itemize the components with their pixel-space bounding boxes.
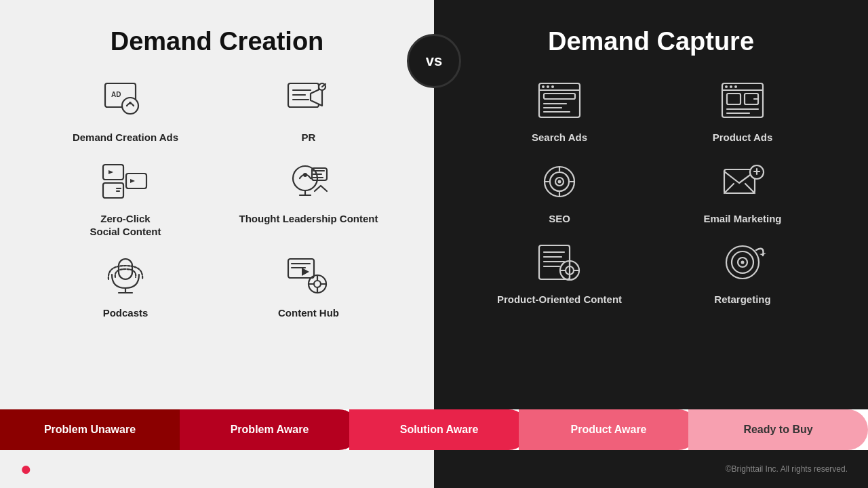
list-item: Search Ads (475, 77, 644, 144)
svg-point-50 (725, 85, 728, 88)
copyright-text: ©Brighttail Inc. All rights reserved. (726, 464, 848, 474)
thought-leadership-label: Thought Leadership Content (239, 212, 378, 226)
left-title: Demand Creation (111, 27, 324, 56)
list-item: Podcasts (41, 252, 210, 320)
svg-point-19 (303, 173, 307, 177)
bar-segment-1: Problem Unaware (0, 409, 180, 450)
product-ads-label: Product Ads (713, 131, 773, 144)
right-panel: Demand Capture (434, 0, 868, 409)
svg-point-65 (558, 180, 561, 183)
zero-click-label: Zero-ClickSocial Content (90, 212, 161, 239)
pr-label: PR (302, 131, 316, 144)
bar-segment-2: Problem Aware (180, 409, 359, 450)
svg-rect-48 (722, 83, 763, 117)
product-oriented-content-label: Product-Oriented Content (497, 293, 622, 306)
svg-marker-17 (130, 179, 135, 183)
podcasts-icon (98, 252, 153, 300)
product-ads-icon (715, 77, 770, 124)
footer-left: ● (0, 450, 434, 488)
left-panel: Demand Creation AD Demand Creation Ads (0, 0, 434, 409)
email-marketing-label: Email Marketing (703, 212, 781, 226)
list-item: Email Marketing (658, 158, 827, 226)
seo-label: SEO (549, 212, 570, 226)
bar-segment-5: Ready to Buy (688, 409, 868, 450)
list-item: Thought Leadership Content (224, 158, 393, 239)
main-content: Demand Creation AD Demand Creation Ads (0, 0, 868, 409)
footer: ● ©Brighttail Inc. All rights reserved. (0, 450, 868, 488)
svg-line-67 (724, 184, 734, 193)
bottom-bar: Problem Unaware Problem Aware Solution A… (0, 409, 868, 450)
list-item: Product Ads (658, 77, 827, 144)
list-item: Content Hub (224, 252, 393, 320)
svg-point-51 (730, 85, 732, 88)
svg-marker-8 (311, 88, 322, 106)
list-item: Product-Oriented Content (475, 239, 644, 306)
svg-line-68 (745, 184, 755, 193)
list-item: SEO (475, 158, 644, 226)
search-ads-label: Search Ads (532, 131, 587, 144)
svg-point-86 (741, 261, 745, 264)
svg-text:AD: AD (111, 91, 121, 98)
right-title: Demand Capture (548, 27, 754, 56)
svg-point-34 (314, 281, 321, 287)
svg-marker-32 (302, 268, 309, 276)
thought-leadership-icon (281, 158, 336, 205)
logo-mark: ● (20, 458, 32, 480)
bar-segment-4: Product Aware (519, 409, 698, 450)
svg-rect-13 (126, 174, 146, 188)
list-item: Zero-ClickSocial Content (41, 158, 210, 239)
retargeting-icon (715, 239, 770, 286)
search-ads-icon (532, 77, 587, 124)
bar-segment-3: Solution Aware (349, 409, 529, 450)
svg-point-43 (551, 85, 554, 88)
svg-rect-12 (103, 183, 123, 198)
content-hub-icon (281, 252, 336, 300)
svg-rect-44 (544, 94, 575, 99)
pr-icon (281, 77, 336, 124)
demand-creation-ads-icon: AD (98, 77, 153, 124)
right-grid: Search Ads (475, 77, 827, 306)
retargeting-label: Retargeting (714, 293, 770, 306)
list-item: PR (224, 77, 393, 144)
demand-creation-ads-label: Demand Creation Ads (73, 131, 178, 144)
email-marketing-icon (715, 158, 770, 205)
product-oriented-content-icon (532, 239, 587, 286)
list-item: Retargeting (658, 239, 827, 306)
zero-click-icon (98, 158, 153, 205)
podcasts-label: Podcasts (103, 306, 149, 320)
svg-point-41 (542, 85, 545, 88)
svg-point-3 (129, 102, 132, 104)
svg-marker-14 (108, 170, 113, 174)
svg-point-42 (547, 85, 549, 88)
svg-rect-53 (727, 94, 741, 104)
footer-right: ©Brighttail Inc. All rights reserved. (434, 450, 868, 488)
seo-icon (532, 158, 587, 205)
list-item: AD Demand Creation Ads (41, 77, 210, 144)
svg-point-52 (734, 85, 737, 88)
left-grid: AD Demand Creation Ads (41, 77, 393, 319)
content-hub-label: Content Hub (278, 306, 339, 320)
svg-point-2 (122, 98, 138, 114)
vs-badge: vs (407, 34, 461, 88)
